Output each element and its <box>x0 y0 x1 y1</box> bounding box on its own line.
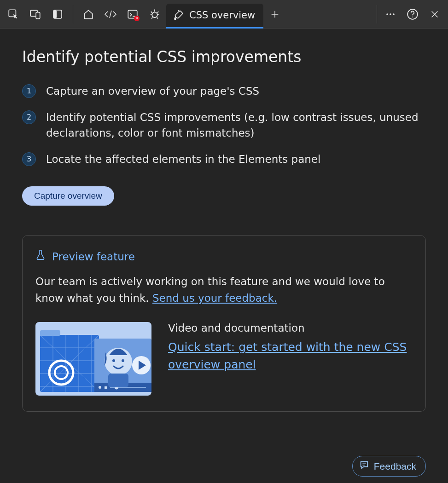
tab-label: CSS overview <box>189 10 255 21</box>
console-error-badge <box>134 16 140 21</box>
inspect-element-button[interactable] <box>3 4 24 25</box>
step-text: Identify potential CSS improvements (e.g… <box>46 109 426 141</box>
svg-point-7 <box>386 13 388 15</box>
svg-point-11 <box>412 17 413 17</box>
feedback-icon <box>359 460 369 472</box>
help-button[interactable] <box>402 4 423 25</box>
feedback-button[interactable]: Feedback <box>352 456 426 477</box>
devtools-toolbar: CSS overview <box>0 0 448 29</box>
svg-point-9 <box>393 13 395 15</box>
elements-tab-button[interactable] <box>100 4 121 25</box>
svg-rect-26 <box>108 374 128 387</box>
svg-point-19 <box>99 386 101 389</box>
send-feedback-link[interactable]: Send us your feedback. <box>152 292 277 304</box>
page-title: Identify potential CSS improvements <box>22 48 426 66</box>
step-number-badge: 2 <box>22 110 36 124</box>
toolbar-separator <box>377 5 377 23</box>
svg-point-25 <box>122 359 124 362</box>
step-item: 3 Locate the affected elements in the El… <box>22 151 426 167</box>
card-header-text: Preview feature <box>52 251 135 263</box>
dock-side-button[interactable] <box>47 4 68 25</box>
video-thumbnail[interactable] <box>35 322 151 396</box>
console-tab-button[interactable] <box>122 4 143 25</box>
welcome-tab-button[interactable] <box>78 4 99 25</box>
svg-rect-20 <box>105 386 107 389</box>
svg-rect-2 <box>36 12 40 18</box>
flask-icon <box>35 249 46 264</box>
svg-point-8 <box>390 13 391 15</box>
feedback-button-label: Feedback <box>374 461 416 472</box>
device-toolbar-button[interactable] <box>25 4 46 25</box>
svg-rect-14 <box>40 330 60 336</box>
close-devtools-button[interactable] <box>424 4 445 25</box>
step-text: Locate the affected elements in the Elem… <box>46 151 320 167</box>
step-item: 1 Capture an overview of your page's CSS <box>22 83 426 99</box>
card-header: Preview feature <box>35 249 413 264</box>
step-item: 2 Identify potential CSS improvements (e… <box>22 109 426 141</box>
sources-tab-button[interactable] <box>144 4 165 25</box>
quick-start-link[interactable]: Quick start: get started with the new CS… <box>168 340 407 371</box>
capture-overview-button[interactable]: Capture overview <box>22 186 114 206</box>
paint-bucket-icon <box>173 9 185 22</box>
toolbar-separator <box>73 5 73 23</box>
css-overview-panel: Identify potential CSS improvements 1 Ca… <box>0 29 448 483</box>
css-overview-tab[interactable]: CSS overview <box>166 4 263 29</box>
step-number-badge: 1 <box>22 84 36 98</box>
new-tab-button[interactable] <box>264 4 285 25</box>
svg-point-6 <box>152 12 157 17</box>
more-options-button[interactable] <box>380 4 401 25</box>
svg-point-24 <box>112 359 115 362</box>
documentation-heading: Video and documentation <box>168 322 413 334</box>
preview-feature-card: Preview feature Our team is actively wor… <box>22 235 426 412</box>
steps-list: 1 Capture an overview of your page's CSS… <box>22 83 426 177</box>
svg-rect-4 <box>53 10 57 18</box>
step-text: Capture an overview of your page's CSS <box>46 83 259 99</box>
documentation-row: Video and documentation Quick start: get… <box>35 322 413 396</box>
step-number-badge: 3 <box>22 152 36 166</box>
card-body: Our team is actively working on this fea… <box>35 274 413 306</box>
